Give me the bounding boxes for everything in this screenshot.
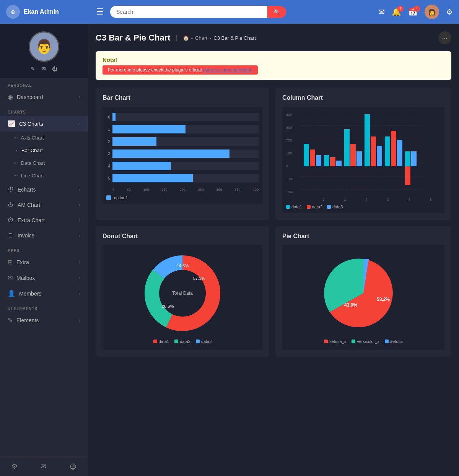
hamburger-icon[interactable]: ☰	[96, 7, 104, 17]
search-button[interactable]: 🔍	[267, 6, 286, 18]
mailbox-arrow: ›	[79, 275, 80, 281]
col-bar	[411, 151, 417, 166]
brand-icon: e	[6, 5, 20, 19]
donut-legend-data2: data2	[174, 339, 190, 344]
search-input[interactable]	[110, 6, 267, 18]
layout: 👨 ✎ ✉ ⏻ PERSONAL ◉ Dashboard › CHARTS 📈 …	[0, 24, 459, 476]
sidebar-item-echarts[interactable]: ⏱ Echarts ›	[0, 182, 88, 197]
sidebar: 👨 ✎ ✉ ⏻ PERSONAL ◉ Dashboard › CHARTS 📈 …	[0, 24, 88, 476]
col-bar	[304, 144, 309, 166]
breadcrumb-chart[interactable]: Chart	[195, 35, 207, 41]
col-legend-label2: data2	[312, 205, 323, 209]
sidebar-sub-axis-chart[interactable]: ••• Axis Chart	[14, 132, 88, 144]
bar-legend-dot	[106, 195, 111, 200]
sidebar-sub-bar-chart[interactable]: → Bar Chart	[14, 144, 88, 157]
col-legend-data1: data1	[286, 205, 302, 209]
bar-row-1: 1	[106, 125, 259, 133]
sidebar-item-extra[interactable]: ⊞ Extra ›	[0, 254, 88, 270]
mailbox-label: Mailbox	[16, 275, 35, 281]
pie-legend-versicolor: versicolor_x	[352, 339, 379, 344]
breadcrumb-sep1: -	[191, 35, 193, 41]
mail-bottom-icon[interactable]: ✉	[41, 462, 46, 471]
dashboard-arrow: ›	[79, 94, 80, 100]
bar-row-0: 0	[106, 113, 259, 121]
col-bar	[324, 155, 329, 166]
col-bar	[330, 157, 335, 166]
dashboard-icon: ◉	[8, 93, 13, 101]
power-bottom-icon[interactable]: ⏻	[70, 463, 76, 471]
extra-arrow: ›	[79, 260, 80, 265]
pie-legend-label3: aetosa	[390, 339, 403, 344]
sidebar-item-am-chart[interactable]: ⏱ AM Chart ›	[0, 197, 88, 213]
col-legend-label3: data3	[332, 205, 343, 209]
avatar-actions: ✎ ✉ ⏻	[31, 66, 57, 72]
pie-legend-setosa: setosa_x	[324, 339, 346, 344]
data-dots: •••	[14, 161, 18, 165]
invoice-icon: 🗒	[8, 232, 14, 239]
bar-fill-2	[112, 137, 156, 146]
column-chart-area: 400 300 200 100 0 -100 -200	[282, 107, 444, 213]
col-legend-sq3	[327, 205, 331, 209]
donut-pct-28: 28.6%	[162, 304, 174, 309]
sidebar-item-mailbox[interactable]: ✉ Mailbox ›	[0, 270, 88, 286]
bar-label-0: 0	[106, 115, 110, 119]
calendar-icon[interactable]: 📅 1	[408, 7, 418, 16]
bar-track-3	[112, 149, 259, 158]
sidebar-item-extra-chart[interactable]: ⏱ Extra Chart ›	[0, 213, 88, 228]
column-chart-card: Column Chart 400 300 200 100 0 -100 -200	[275, 88, 451, 220]
bar-legend-label: option1	[114, 195, 128, 200]
bar-arrow: →	[14, 148, 18, 153]
options-button[interactable]: ···	[438, 31, 451, 44]
invoice-arrow: ›	[79, 233, 80, 238]
avatar-edit-icon[interactable]: ✎	[31, 66, 35, 72]
members-label: Members	[19, 291, 41, 297]
breadcrumb: 🏠 - Chart - C3 Bar & Pie Chart	[183, 35, 256, 41]
col-x-axis: 0 1 2 3 4 5	[300, 198, 441, 201]
donut-legend: data1 data2 data3	[153, 339, 212, 344]
notice-button[interactable]: For more info please check the plugin's …	[103, 65, 258, 75]
mail-icon[interactable]: ✉	[378, 7, 385, 16]
settings-icon[interactable]: ⚙	[446, 7, 453, 16]
col-bar	[310, 149, 315, 166]
col-legend-sq2	[307, 205, 311, 209]
sidebar-item-dashboard[interactable]: ◉ Dashboard ›	[0, 89, 88, 105]
settings-bottom-icon[interactable]: ⚙	[11, 462, 18, 471]
bar-track-5	[112, 174, 259, 182]
breadcrumb-home-icon[interactable]: 🏠	[183, 35, 189, 41]
sidebar-sub-line-chart[interactable]: ••• Line Chart	[14, 169, 88, 182]
elements-label: Elements	[16, 317, 39, 323]
col-legend-data2: data2	[307, 205, 323, 209]
notice-link[interactable]: demos & documentation	[203, 67, 252, 73]
pie-pct-43: 43.0%	[344, 302, 357, 308]
sidebar-bottom: ⚙ ✉ ⏻	[0, 457, 88, 476]
donut-legend-label3: data3	[201, 339, 212, 344]
invoice-label: Invoice	[18, 232, 34, 239]
bar-track-1	[112, 125, 259, 133]
axis-dots: •••	[14, 136, 18, 140]
col-bar	[336, 161, 342, 166]
sidebar-item-members[interactable]: 👤 Members ›	[0, 286, 88, 301]
col-bar	[377, 146, 382, 166]
avatar-mail-icon[interactable]: ✉	[41, 66, 46, 72]
notice-text: For more info please check the plugin's …	[108, 67, 203, 73]
donut-legend-sq3	[196, 340, 200, 343]
col-legend: data1 data2 data3	[286, 205, 441, 209]
sidebar-item-c3charts[interactable]: 📈 C3 Charts ∨	[0, 116, 88, 132]
c3charts-label: C3 Charts	[19, 121, 43, 127]
bar-row-3: 3	[106, 149, 259, 158]
bar-label-4: 4	[106, 164, 110, 168]
user-avatar[interactable]: 👩	[425, 5, 439, 19]
pie-legend-sq3	[385, 340, 389, 343]
extra-chart-label: Extra Chart	[18, 217, 45, 223]
topbar-right: ✉ 🔔 1 📅 1 👩 ⚙	[378, 5, 453, 19]
bar-label-5: 5	[106, 176, 110, 180]
axis-chart-label: Axis Chart	[21, 135, 44, 141]
col-legend-data3: data3	[327, 205, 343, 209]
sidebar-sub-data-chart[interactable]: ••• Data Chart	[14, 157, 88, 169]
notification-icon[interactable]: 🔔 1	[392, 7, 401, 16]
sidebar-avatar-area: 👨 ✎ ✉ ⏻	[0, 24, 88, 78]
donut-legend-sq2	[174, 340, 178, 343]
sidebar-item-invoice[interactable]: 🗒 Invoice ›	[0, 228, 88, 243]
sidebar-item-elements[interactable]: ✎ Elements ›	[0, 312, 88, 328]
avatar-power-icon[interactable]: ⏻	[52, 66, 57, 72]
